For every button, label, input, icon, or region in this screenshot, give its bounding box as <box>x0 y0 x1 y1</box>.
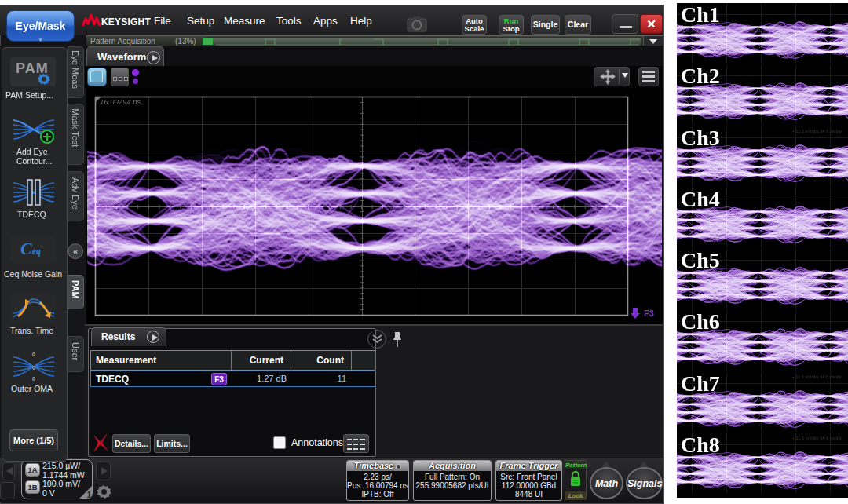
svg-text:0: 0 <box>32 352 35 357</box>
svg-text:0: 0 <box>32 365 35 371</box>
svg-text:0: 0 <box>32 376 35 381</box>
